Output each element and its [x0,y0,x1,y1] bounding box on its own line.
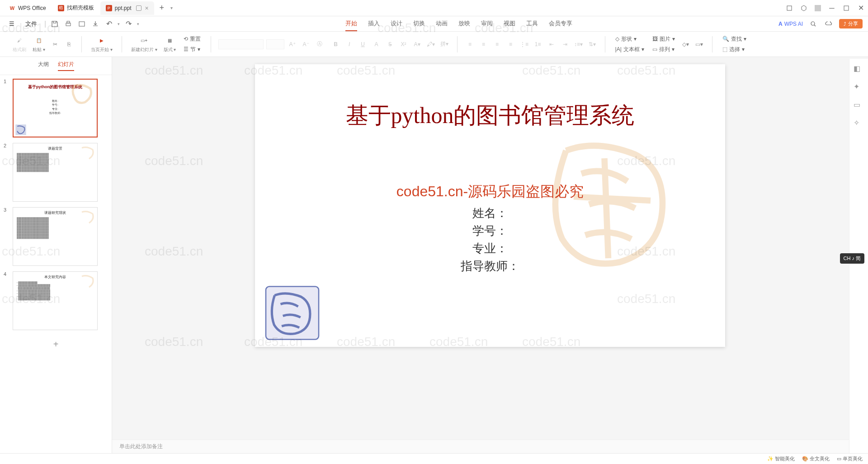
tab-restore-icon[interactable] [136,5,142,11]
clear-format-icon[interactable]: Ⓐ [314,39,325,50]
menu-tab-tools[interactable]: 工具 [526,17,538,31]
numbering-icon[interactable]: 1≡ [533,39,543,50]
tab-add-button[interactable]: + [155,3,169,13]
field-major: 专业： [255,240,725,257]
fill-icon[interactable]: ◇▾ [680,39,691,50]
align-justify-icon[interactable]: ≡ [505,39,516,50]
align-left-icon[interactable]: ≡ [465,39,476,50]
from-current-button[interactable]: ▶ 当页开始 ▾ [89,35,114,54]
font-color-icon[interactable]: A▾ [412,39,423,50]
close-icon[interactable]: × [145,5,149,12]
indent-increase-icon[interactable]: ⇥ [560,39,571,50]
menu-tab-member[interactable]: 会员专享 [549,17,572,31]
notes-bar[interactable]: 单击此处添加备注 [112,440,868,453]
outline-icon[interactable]: ▭▾ [694,39,705,50]
menu-tab-view[interactable]: 视图 [504,17,515,31]
thumbnail-1[interactable]: 基于python的图书馆管理系统 姓名:学号:专业:指导教师: [13,79,98,137]
menu-tab-design[interactable]: 设计 [391,17,402,31]
slide-title[interactable]: 基于python的图书馆管理系统 [255,100,725,131]
pinyin-icon[interactable]: 拼▾ [439,39,450,50]
thumbnail-item[interactable]: 1 基于python的图书馆管理系统 姓名:学号:专业:指导教师: [4,79,108,137]
underline-icon[interactable]: U [358,39,368,50]
thumbnail-3[interactable]: 课题研究现状 █████████████████████████████████… [13,207,98,266]
share-button[interactable]: ⤴ 分享 [839,19,863,28]
layer-icon[interactable]: ◧ [854,64,864,75]
grid-icon[interactable] [815,5,821,11]
align-right-icon[interactable]: ≡ [492,39,503,50]
sections-button[interactable]: ☰ 节 ▾ [181,45,203,54]
thumbnail-4[interactable]: 本文研究内容 • ████████████• █████████████████… [13,271,98,330]
shape-button[interactable]: ◇ 形状 ▾ [613,34,647,44]
style-icon[interactable]: ✦ [854,82,864,93]
superscript-icon[interactable]: X² [398,39,409,50]
wps-ai-button[interactable]: AWPS AI [778,21,803,27]
tab-menu-caret[interactable]: ▾ [170,5,173,10]
menu-tab-transition[interactable]: 切换 [413,17,425,31]
undo-icon[interactable]: ↶ [104,19,114,29]
arrange-button[interactable]: ▭ 排列 ▾ [650,45,678,54]
menu-tab-insert[interactable]: 插入 [368,17,380,31]
reset-button[interactable]: ⟲ 重置 [181,34,203,44]
thumbnail-item[interactable]: 2 课题背景 █████████████████████████████████… [4,143,108,202]
menu-tab-review[interactable]: 审阅 [481,17,493,31]
menu-tab-slideshow[interactable]: 放映 [458,17,470,31]
highlight-icon[interactable]: 🖍▾ [425,39,436,50]
italic-icon[interactable]: I [344,39,355,50]
tab-ppt[interactable]: P ppt.ppt × [100,1,154,15]
object-icon[interactable]: ▭ [854,100,864,111]
font-decrease-icon[interactable]: A⁻ [301,39,311,50]
font-size-input[interactable] [266,39,284,49]
save-icon[interactable] [50,19,60,29]
format-painter-button[interactable]: 🖌 格式刷 [11,35,28,54]
ime-indicator[interactable]: CH ♪ 简 [840,253,865,264]
preview-icon[interactable] [77,19,87,29]
file-menu[interactable]: 文件 [22,20,41,28]
bold-icon[interactable]: B [330,39,341,50]
bullets-icon[interactable]: ⋮≡ [519,39,530,50]
redo-icon[interactable]: ↷ [123,19,133,29]
print-icon[interactable] [63,19,73,29]
indent-decrease-icon[interactable]: ⇤ [546,39,557,50]
minimize-icon[interactable]: ─ [828,5,835,12]
line-spacing-icon[interactable]: ↕≡▾ [573,39,584,50]
copy-icon[interactable]: ⎘ [63,39,74,50]
tab-template[interactable]: 稻 找稻壳模板 [52,1,99,15]
slide-fields[interactable]: 姓名： 学号： 专业： 指导教师： [255,204,725,275]
picture-button[interactable]: 🖼 图片 ▾ [650,34,678,44]
animation-icon[interactable]: ✧ [854,118,864,129]
outline-tab[interactable]: 大纲 [38,61,49,71]
new-slide-button[interactable]: ▭+ 新建幻灯片 ▾ [129,35,159,54]
font-increase-icon[interactable]: A⁺ [287,39,298,50]
menu-tab-animation[interactable]: 动画 [436,17,448,31]
add-slide-button[interactable]: + [53,339,59,350]
select-button[interactable]: ⬚ 选择 ▾ [720,45,749,54]
export-icon[interactable] [90,19,100,29]
status-smart[interactable]: ✨ 智能美化 [767,455,795,462]
thumbnail-item[interactable]: 3 课题研究现状 ███████████████████████████████… [4,207,108,266]
strikethrough-icon[interactable]: S̶ [385,39,396,50]
cloud-icon[interactable] [824,19,834,29]
cut-icon[interactable]: ✂ [50,39,61,50]
search-icon[interactable] [808,19,818,29]
thumbnail-2[interactable]: 课题背景 ███████████████████████████████████… [13,143,98,202]
layout-button[interactable]: ▦ 版式 ▾ [162,35,178,54]
slides-tab[interactable]: 幻灯片 [58,61,74,71]
cube-icon[interactable] [800,5,807,12]
status-theme[interactable]: 🎨 全文美化 [802,455,830,462]
textbox-button[interactable]: |A| 文本框 ▾ [613,45,647,54]
menu-tab-start[interactable]: 开始 [345,17,357,31]
find-button[interactable]: 🔍 查找 ▾ [720,34,749,44]
align-center-icon[interactable]: ≡ [478,39,489,50]
hamburger-icon[interactable]: ☰ [5,20,18,27]
tab-wps-office[interactable]: W WPS Office [4,1,52,15]
close-window-icon[interactable]: ✕ [857,5,864,12]
window-restore-icon[interactable] [786,5,793,12]
maximize-icon[interactable] [843,5,850,12]
paste-button[interactable]: 📋 粘贴 ▾ [31,35,47,54]
text-direction-icon[interactable]: ⇅▾ [587,39,598,50]
shadow-icon[interactable]: A [371,39,382,50]
font-name-input[interactable] [218,39,264,49]
slide-canvas[interactable]: 基于python的图书馆管理系统 code51.cn-源码乐园盗图必究 姓名： … [255,64,725,347]
status-layout[interactable]: ▭ 单页美化 [837,455,863,462]
thumbnail-item[interactable]: 4 本文研究内容 • ████████████• ███████████████… [4,271,108,330]
